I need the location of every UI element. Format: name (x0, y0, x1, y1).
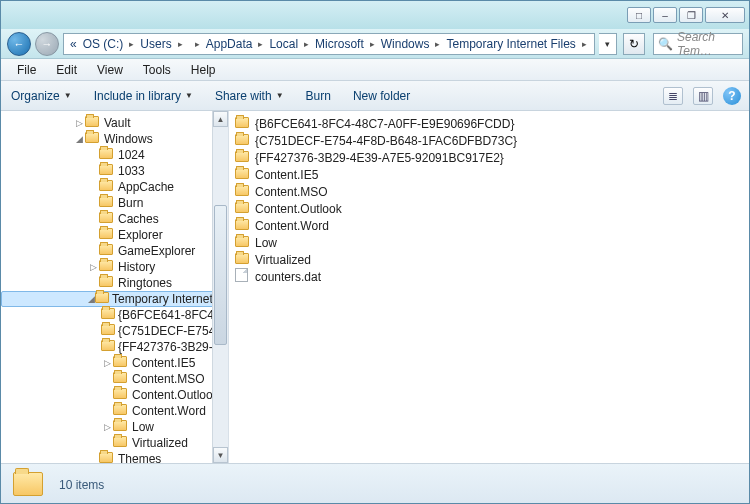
command-bar: Organize▼ Include in library▼ Share with… (1, 81, 749, 111)
tree-item[interactable]: Content.Outlook (1, 387, 228, 403)
forward-button[interactable]: → (35, 32, 59, 56)
tree-item[interactable]: ▷Vault (1, 115, 228, 131)
scroll-down-button[interactable]: ▼ (213, 447, 228, 463)
tree-item-label: Themes (118, 452, 161, 463)
tree-item[interactable]: ◢Temporary Internet Files (1, 291, 228, 307)
new-folder-button[interactable]: New folder (351, 85, 412, 107)
breadcrumb[interactable]: OS (C:) (81, 37, 126, 51)
tree-item-label: Virtualized (132, 436, 188, 450)
tree-item[interactable]: Ringtones (1, 275, 228, 291)
tree-item[interactable]: Content.MSO (1, 371, 228, 387)
tree-item[interactable]: Content.Word (1, 403, 228, 419)
help-button[interactable]: ? (723, 87, 741, 105)
details-pane: 10 items (1, 463, 749, 504)
views-button[interactable]: ≣ (663, 87, 683, 105)
folder-icon (13, 472, 45, 498)
folder-icon (235, 219, 251, 233)
tree-item[interactable]: Themes (1, 451, 228, 463)
navigation-tree[interactable]: ▷Vault◢Windows10241033AppCacheBurnCaches… (1, 111, 229, 463)
breadcrumb[interactable]: Local (267, 37, 300, 51)
maximize-button[interactable]: ❐ (679, 7, 703, 23)
burn-button[interactable]: Burn (304, 85, 333, 107)
breadcrumb[interactable]: Microsoft (313, 37, 366, 51)
file-item[interactable]: Low (235, 234, 743, 251)
search-input[interactable]: 🔍 Search Tem… (653, 33, 743, 55)
folder-icon (99, 276, 115, 290)
file-name: Content.Outlook (255, 202, 342, 216)
tree-item[interactable]: Caches (1, 211, 228, 227)
scroll-thumb[interactable] (214, 205, 227, 345)
breadcrumb[interactable]: Users (138, 37, 173, 51)
tree-item[interactable]: {FF427376-3B29-4E39-A (1, 339, 228, 355)
breadcrumb[interactable]: Temporary Internet Files (444, 37, 577, 51)
minimize-other-button[interactable]: □ (627, 7, 651, 23)
back-button[interactable]: ← (7, 32, 31, 56)
file-item[interactable]: Content.Outlook (235, 200, 743, 217)
tree-item[interactable]: 1033 (1, 163, 228, 179)
tree-item[interactable]: AppCache (1, 179, 228, 195)
file-item[interactable]: {FF427376-3B29-4E39-A7E5-92091BC917E2} (235, 149, 743, 166)
tree-item[interactable]: {C751DECF-E754-4F8D- (1, 323, 228, 339)
preview-pane-button[interactable]: ▥ (693, 87, 713, 105)
tree-item[interactable]: {B6FCE641-8FC4-48C7-A (1, 307, 228, 323)
tree-item[interactable]: ▷Low (1, 419, 228, 435)
breadcrumb[interactable]: Windows (379, 37, 432, 51)
share-with-button[interactable]: Share with▼ (213, 85, 286, 107)
file-item[interactable]: Virtualized (235, 251, 743, 268)
file-list[interactable]: {B6FCE641-8FC4-48C7-A0FF-E9E90696FCDD}{C… (229, 111, 749, 463)
tree-item-label: Content.Word (132, 404, 206, 418)
file-name: Content.MSO (255, 185, 328, 199)
menu-tools[interactable]: Tools (133, 60, 181, 80)
tree-item-label: Low (132, 420, 154, 434)
file-name: {FF427376-3B29-4E39-A7E5-92091BC917E2} (255, 151, 504, 165)
menu-view[interactable]: View (87, 60, 133, 80)
expand-icon[interactable]: ◢ (73, 134, 85, 144)
scroll-up-button[interactable]: ▲ (213, 111, 228, 127)
chevron-right-icon: ▸ (580, 39, 589, 49)
expand-icon[interactable]: ◢ (88, 294, 95, 304)
chevron-right-icon: ▸ (193, 39, 202, 49)
tree-item[interactable]: ◢Windows (1, 131, 228, 147)
organize-button[interactable]: Organize▼ (9, 85, 74, 107)
menu-edit[interactable]: Edit (46, 60, 87, 80)
folder-icon (99, 244, 115, 258)
tree-item[interactable]: GameExplorer (1, 243, 228, 259)
expand-icon[interactable]: ▷ (101, 358, 113, 368)
refresh-button[interactable]: ↻ (623, 33, 645, 55)
tree-item[interactable]: Burn (1, 195, 228, 211)
chevron-down-icon: ▼ (185, 91, 193, 100)
tree-item-label: Vault (104, 116, 130, 130)
file-item[interactable]: Content.Word (235, 217, 743, 234)
close-button[interactable]: ✕ (705, 7, 745, 23)
file-item[interactable]: Content.MSO (235, 183, 743, 200)
tree-item[interactable]: 1024 (1, 147, 228, 163)
address-bar[interactable]: « OS (C:)▸ Users▸ ▸ AppData▸ Local▸ Micr… (63, 33, 595, 55)
file-item[interactable]: {C751DECF-E754-4F8D-B648-1FAC6DFBD73C} (235, 132, 743, 149)
minimize-button[interactable]: – (653, 7, 677, 23)
tree-item-label: Windows (104, 132, 153, 146)
tree-item-label: GameExplorer (118, 244, 195, 258)
tree-item[interactable]: ▷History (1, 259, 228, 275)
expand-icon[interactable]: ▷ (73, 118, 85, 128)
breadcrumb-chevron[interactable]: « (68, 37, 79, 51)
address-dropdown[interactable]: ▾ (599, 33, 617, 55)
tree-item[interactable]: ▷Content.IE5 (1, 355, 228, 371)
folder-icon (101, 340, 115, 354)
expand-icon[interactable]: ▷ (101, 422, 113, 432)
folder-icon (85, 116, 101, 130)
menu-file[interactable]: File (7, 60, 46, 80)
file-item[interactable]: {B6FCE641-8FC4-48C7-A0FF-E9E90696FCDD} (235, 115, 743, 132)
tree-scrollbar[interactable]: ▲ ▼ (212, 111, 228, 463)
file-name: Content.IE5 (255, 168, 318, 182)
breadcrumb[interactable]: AppData (204, 37, 255, 51)
file-name: {B6FCE641-8FC4-48C7-A0FF-E9E90696FCDD} (255, 117, 514, 131)
tree-item[interactable]: Virtualized (1, 435, 228, 451)
menu-help[interactable]: Help (181, 60, 226, 80)
views-icon: ≣ (668, 89, 678, 103)
file-item[interactable]: Content.IE5 (235, 166, 743, 183)
include-library-button[interactable]: Include in library▼ (92, 85, 195, 107)
file-item[interactable]: counters.dat (235, 268, 743, 285)
folder-icon (235, 236, 251, 250)
expand-icon[interactable]: ▷ (87, 262, 99, 272)
tree-item[interactable]: Explorer (1, 227, 228, 243)
